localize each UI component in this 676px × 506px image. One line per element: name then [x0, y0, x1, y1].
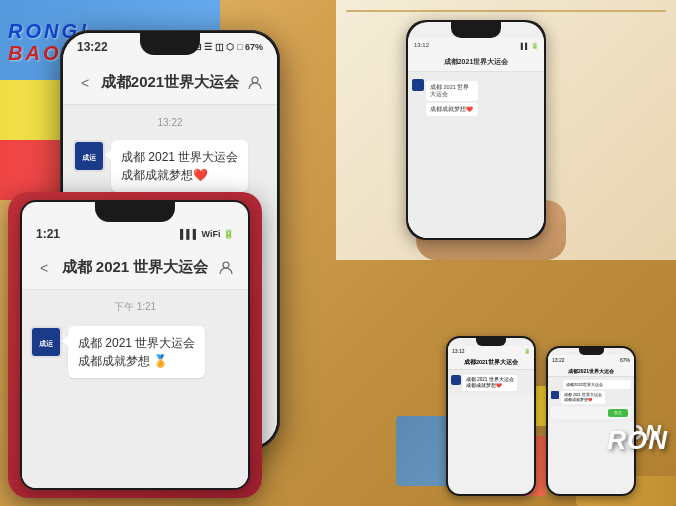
- ron-overlay: RON: [607, 425, 668, 456]
- tiny-1-header: 成都2021世界大运会: [448, 356, 534, 370]
- iphone-status-icons: ▌▌▌ WiFi 🔋: [180, 229, 234, 239]
- iphone-profile-icon[interactable]: [216, 258, 236, 278]
- message-line1: 成都 2021 世界大运会: [121, 148, 238, 166]
- chat-message-row: 成运 成都 2021 世界大运会 成都成就梦想❤️: [73, 140, 267, 192]
- iphone-message-line1: 成都 2021 世界大运会: [78, 334, 195, 352]
- iphone-message-line2: 成都成就梦想 🏅: [78, 352, 195, 370]
- tiny-2-status: 13:2267%: [548, 355, 634, 365]
- iphone-status-bar: 1:21 ▌▌▌ WiFi 🔋: [22, 222, 248, 246]
- small-tr-bubble-2: 成都成就梦想❤️: [426, 103, 478, 116]
- phone-tiny-1: 13:12🔋 成都2021世界大运会 成都 2021 世界大运会 成都成就梦想❤…: [446, 336, 536, 496]
- small-tr-notch: [451, 22, 501, 38]
- back-button[interactable]: <: [75, 73, 95, 93]
- phone-main-chat-header: < 成都2021世界大运会: [63, 61, 277, 105]
- phone-small-tr-body: 13:12 ▌▌ 🔋 成都2021世界大运会 成都 2021 世界大运会 成都成…: [406, 20, 546, 240]
- phone-tiny-1-screen: 13:12🔋 成都2021世界大运会 成都 2021 世界大运会 成都成就梦想❤…: [448, 338, 534, 494]
- svg-point-16: [252, 77, 258, 83]
- tiny-2-header: 成都2021世界大运会: [548, 365, 634, 377]
- tiny-1-notch: [476, 338, 506, 346]
- small-tr-message: 成都 2021 世界大运会 成都成就梦想❤️: [412, 79, 540, 116]
- iphone-chat-header: < 成都 2021 世界大运会: [22, 246, 248, 290]
- iphone-back-button[interactable]: <: [34, 258, 54, 278]
- tiny-2-notch: [579, 348, 604, 355]
- iphone-timestamp: 下午 1:21: [30, 300, 240, 314]
- message-line2: 成都成就梦想❤️: [121, 166, 238, 184]
- svg-text:成运: 成运: [81, 153, 97, 161]
- iphone-chat-bubble: 成都 2021 世界大运会 成都成就梦想 🏅: [68, 326, 205, 378]
- tiny-1-status: 13:12🔋: [448, 346, 534, 356]
- status-icons: ⊟ ☰ ◫ ⬡ □ 67%: [194, 42, 263, 52]
- status-time: 13:22: [77, 40, 108, 54]
- small-tr-bubble-1: 成都 2021 世界大运会: [426, 81, 478, 101]
- chat-bubble: 成都 2021 世界大运会 成都成就梦想❤️: [111, 140, 248, 192]
- iphone-time: 1:21: [36, 227, 60, 241]
- profile-icon[interactable]: [245, 73, 265, 93]
- tiny-1-chat: 成都 2021 世界大运会 成都成就梦想❤️: [448, 370, 534, 394]
- svg-text:成运: 成运: [38, 339, 54, 347]
- phone-tiny-2-screen: 13:2267% 成都2021世界大运会 成都2021世界大运会 成都 2021…: [548, 348, 634, 494]
- small-tr-status: 13:12 ▌▌ 🔋: [408, 38, 544, 52]
- phone-small-tr-screen: 13:12 ▌▌ 🔋 成都2021世界大运会 成都 2021 世界大运会 成都成…: [408, 22, 544, 238]
- phone-small-tr: 13:12 ▌▌ 🔋 成都2021世界大运会 成都 2021 世界大运会 成都成…: [406, 20, 546, 240]
- chat-avatar: 成运: [73, 140, 105, 172]
- iphone-message-row: 成运 成都 2021 世界大运会 成都成就梦想 🏅: [30, 326, 240, 378]
- chat-timestamp: 13:22: [73, 117, 267, 128]
- phone-iphone: 1:21 ▌▌▌ WiFi 🔋 < 成都 2021 世界大运会: [20, 200, 250, 490]
- small-tr-avatar: [412, 79, 424, 91]
- iphone-notch: [95, 202, 175, 222]
- iphone-avatar: 成运: [30, 326, 62, 358]
- tiny-2-chat: 成都2021世界大运会 成都 2021 世界大运会 成都成就梦想❤️ 发送: [548, 377, 634, 422]
- iphone-chat-title: 成都 2021 世界大运会: [54, 258, 216, 277]
- phone-tiny-2: 13:2267% 成都2021世界大运会 成都2021世界大运会 成都 2021…: [546, 346, 636, 496]
- iphone-chat-area: 下午 1:21 成运 成都 2021 世界大运会 成都成就梦想 🏅: [22, 290, 248, 488]
- phone-iphone-body: 1:21 ▌▌▌ WiFi 🔋 < 成都 2021 世界大运会: [20, 200, 250, 490]
- small-tr-chat-area: 成都 2021 世界大运会 成都成就梦想❤️: [408, 72, 544, 238]
- small-tr-chat-header: 成都2021世界大运会: [408, 52, 544, 72]
- svg-point-19: [223, 262, 229, 268]
- phone-iphone-screen: 1:21 ▌▌▌ WiFi 🔋 < 成都 2021 世界大运会: [22, 202, 248, 488]
- phones-bottom-right: 13:12🔋 成都2021世界大运会 成都 2021 世界大运会 成都成就梦想❤…: [446, 296, 666, 496]
- chat-title: 成都2021世界大运会: [95, 73, 245, 92]
- phone-main-notch: [140, 33, 200, 55]
